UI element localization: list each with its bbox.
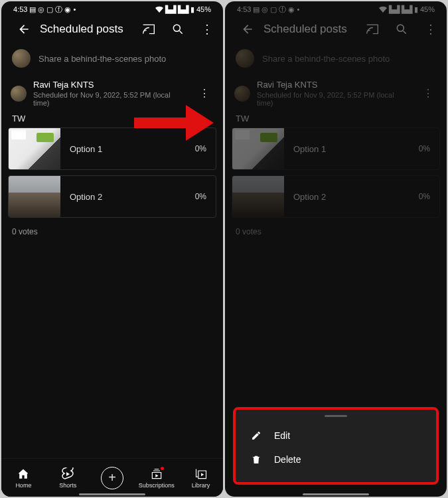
post-author: Ravi Teja KNTS: [33, 80, 188, 90]
poll-option-1[interactable]: Option 1 0%: [232, 127, 440, 170]
share-prompt-row[interactable]: Share a behind-the-scenes photo: [225, 42, 447, 74]
post-label: TW: [1, 112, 223, 127]
poll-option-pct: 0%: [195, 144, 216, 153]
facebook-icon: ⓕ: [279, 5, 286, 15]
subscriptions-icon: [150, 467, 163, 481]
poll-option-pct: 0%: [419, 144, 439, 153]
more-icon: •: [297, 5, 299, 13]
poll: Option 1 0% Option 2 0%: [232, 127, 440, 218]
overflow-icon[interactable]: ⋮: [200, 23, 214, 36]
post-header: Ravi Teja KNTS Scheduled for Nov 9, 2022…: [1, 74, 223, 112]
share-prompt-text: Share a behind-the-scenes photo: [262, 54, 390, 64]
svg-point-1: [397, 25, 404, 31]
chat-icon: ▢: [270, 5, 277, 14]
shorts-icon: [61, 467, 74, 481]
post-label: TW: [225, 112, 447, 127]
poll-image: [9, 127, 60, 170]
instagram-icon: ◉: [288, 5, 295, 14]
facebook-icon: ⓕ: [55, 5, 62, 15]
cast-icon[interactable]: [142, 23, 155, 36]
nav-label: Home: [15, 482, 31, 489]
status-bar: 4:53 ▤ ◎ ▢ ⓕ ◉ • ▙▟ ▙▟ ▮ 45%: [1, 1, 223, 16]
poll-option-label: Option 2: [284, 192, 419, 202]
signal-2-icon: ▙▟: [402, 5, 412, 14]
avatar: [11, 86, 27, 102]
search-icon[interactable]: [171, 23, 185, 36]
poll-option-2[interactable]: Option 2 0%: [232, 175, 440, 218]
more-icon: •: [73, 5, 76, 13]
poll-option-2[interactable]: Option 2 0%: [8, 175, 216, 218]
back-icon[interactable]: [17, 23, 31, 36]
nav-create[interactable]: +: [92, 467, 132, 489]
poll-votes: 0 votes: [225, 223, 447, 240]
app-bar: Scheduled posts ⋮: [1, 16, 223, 42]
poll-image: [9, 175, 60, 218]
post-author: Ravi Teja KNTS: [257, 80, 412, 90]
post-overflow-icon[interactable]: ⋮: [419, 84, 437, 102]
page-title: Scheduled posts: [40, 23, 126, 36]
home-indicator: [79, 493, 145, 495]
status-time: 4:53: [237, 5, 251, 13]
notif-icon: ▤: [253, 5, 260, 14]
signal-1-icon: ▙▟: [389, 5, 400, 14]
poll-option-1[interactable]: Option 1 0%: [8, 127, 216, 170]
sheet-handle[interactable]: [325, 415, 347, 417]
back-icon[interactable]: [241, 23, 254, 36]
home-icon: [17, 467, 30, 481]
post-header: Ravi Teja KNTS Scheduled for Nov 9, 2022…: [225, 74, 447, 112]
avatar: [236, 49, 254, 68]
nav-library[interactable]: Library: [181, 467, 221, 489]
instagram-icon: ◉: [64, 5, 71, 14]
wifi-icon: [155, 6, 163, 13]
battery-icon: ▮: [190, 5, 194, 14]
poll-image: [232, 127, 284, 170]
notification-dot: [161, 467, 164, 470]
bottom-sheet: Edit Delete: [233, 407, 439, 485]
poll-option-pct: 0%: [195, 192, 216, 201]
poll-option-label: Option 2: [60, 192, 195, 202]
post-meta: Scheduled for Nov 9, 2022, 5:52 PM (loca…: [257, 91, 412, 107]
avatar: [12, 49, 31, 68]
signal-2-icon: ▙▟: [178, 5, 188, 14]
share-prompt-row[interactable]: Share a behind-the-scenes photo: [1, 42, 223, 74]
phone-right: 4:53 ▤ ◎ ▢ ⓕ ◉ • ▙▟ ▙▟ ▮ 45%: [225, 1, 447, 497]
library-icon: [194, 467, 208, 481]
battery-icon: ▮: [414, 5, 418, 14]
post-overflow-icon[interactable]: ⋮: [195, 84, 214, 102]
sheet-edit[interactable]: Edit: [244, 424, 428, 448]
poll-option-label: Option 1: [60, 144, 195, 154]
signal-1-icon: ▙▟: [165, 5, 176, 14]
status-battery: 45%: [420, 5, 435, 13]
status-time: 4:53: [13, 5, 27, 13]
whatsapp-icon: ◎: [38, 5, 44, 14]
nav-label: Subscriptions: [139, 482, 175, 489]
nav-home[interactable]: Home: [3, 467, 43, 489]
chat-icon: ▢: [46, 5, 53, 14]
whatsapp-icon: ◎: [261, 5, 268, 14]
trash-icon: [250, 454, 262, 465]
plus-icon: +: [101, 467, 123, 489]
home-indicator: [303, 493, 369, 495]
poll-option-pct: 0%: [419, 192, 439, 201]
sheet-delete[interactable]: Delete: [244, 448, 428, 471]
svg-point-0: [173, 25, 180, 31]
poll-votes: 0 votes: [1, 223, 223, 240]
poll-image: [232, 175, 284, 218]
nav-shorts[interactable]: Shorts: [48, 467, 88, 489]
nav-label: Library: [192, 482, 210, 489]
poll: Option 1 0% Option 2 0%: [8, 127, 216, 218]
pencil-icon: [250, 430, 262, 441]
avatar: [234, 86, 250, 102]
nav-label: Shorts: [59, 482, 76, 489]
sheet-delete-label: Delete: [274, 454, 301, 465]
nav-subscriptions[interactable]: Subscriptions: [137, 467, 177, 489]
sheet-edit-label: Edit: [274, 430, 290, 441]
share-prompt-text: Share a behind-the-scenes photo: [38, 54, 166, 64]
wifi-icon: [379, 6, 387, 13]
cast-icon[interactable]: [366, 23, 379, 36]
post-meta: Scheduled for Nov 9, 2022, 5:52 PM (loca…: [33, 91, 188, 107]
bottom-nav: Home Shorts + Subscriptions: [1, 458, 223, 497]
notif-icon: ▤: [29, 5, 36, 14]
search-icon[interactable]: [395, 23, 408, 36]
overflow-icon[interactable]: ⋮: [424, 23, 437, 36]
